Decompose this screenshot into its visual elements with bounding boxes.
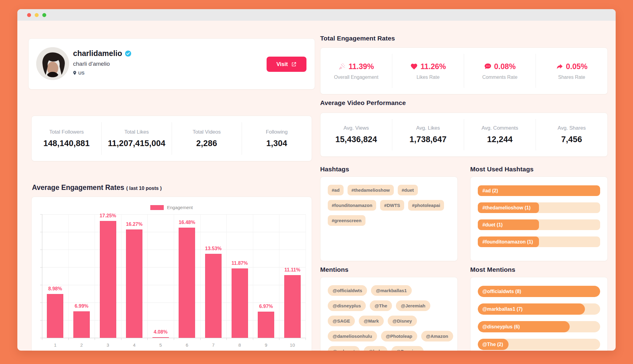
mention-tag: @markballas1: [371, 285, 411, 296]
stat-column: Following 1,304: [242, 122, 312, 155]
hashtag-tag: #DWTS: [380, 200, 404, 211]
chart-title-text: Average Engagement Rates: [32, 184, 124, 191]
mention-tag: @The: [370, 300, 392, 311]
hashtag-tag: #founditonamazon: [328, 200, 376, 211]
engagement-bar[interactable]: [152, 337, 169, 338]
window-titlebar: [17, 9, 616, 21]
engagement-bar[interactable]: [258, 312, 274, 338]
stat-column: Avg. Shares 7,456: [536, 119, 607, 150]
stat-label: Total Likes: [124, 129, 149, 135]
tag-row: @dameliosonhulu@Photoleap@Amazon: [328, 331, 450, 341]
bar-value-label: 6.99%: [75, 303, 88, 309]
x-axis-tick-label: 1: [54, 342, 56, 348]
hashtag-tag: #thedamelioshow: [348, 185, 394, 195]
chart-subtitle: ( last 10 posts ): [126, 186, 162, 191]
hashtag-bar-label: #thedamelioshow (1): [478, 205, 530, 211]
engagement-bar[interactable]: [73, 311, 90, 338]
engagement-bar[interactable]: [284, 275, 301, 338]
metric-label: Likes Rate: [417, 75, 440, 80]
hashtag-bars: #ad (2) #thedamelioshow (1) #duet (1): [478, 185, 600, 247]
x-axis-tick-label: 7: [212, 342, 215, 348]
x-axis-tick-label: 9: [265, 342, 267, 348]
stat-column: Total Followers 148,140,881: [32, 122, 101, 155]
stat-value: 148,140,881: [43, 139, 89, 148]
stat-value: 11,207,415,004: [108, 139, 165, 148]
mention-tag: @mrbeast: [328, 346, 360, 351]
mention-bar-fill: @officialdwts (8): [478, 286, 600, 297]
most-mentions-heading: Most Mentions: [470, 266, 515, 273]
bar-value-label: 17.25%: [100, 213, 116, 219]
mentions-heading: Mentions: [320, 266, 348, 273]
engagement-bar[interactable]: [179, 228, 195, 338]
engagement-bar[interactable]: [232, 268, 248, 338]
hashtags-heading: Hashtags: [320, 166, 349, 173]
engagement-bar[interactable]: [126, 229, 142, 338]
bar-value-label: 13.53%: [205, 246, 222, 251]
stat-label: Avg. Comments: [481, 125, 518, 131]
mention-tag: @dameliosonhulu: [328, 331, 377, 341]
minimize-button[interactable]: [35, 13, 39, 17]
x-axis-tick-label: 5: [159, 342, 162, 348]
comment-icon: [484, 63, 491, 70]
stat-label: Total Followers: [49, 129, 84, 135]
mention-bars: @officialdwts (8) @markballas1 (7) @disn…: [478, 286, 600, 350]
engagement-metrics: 11.39% Overall Engagement 11.26% Likes R…: [320, 48, 607, 94]
bar-value-label: 16.48%: [179, 220, 195, 225]
mention-list: @officialdwts@markballas1@disneyplus@The…: [328, 285, 450, 351]
mention-bar-track: @The (2): [478, 339, 600, 350]
mention-bar-fill: @The (2): [478, 339, 509, 350]
engagement-rates-heading: Total Engagement Rates: [320, 35, 395, 42]
hashtag-bar-track: #thedamelioshow (1): [478, 202, 600, 213]
mention-bar-label: @The (2): [478, 342, 503, 347]
close-button[interactable]: [27, 13, 31, 17]
hashtag-bar-fill: #thedamelioshow (1): [478, 202, 539, 213]
bar-value-label: 11.11%: [284, 267, 300, 273]
video-performance-card: Avg. Views 15,436,824 Avg. Likes 1,738,6…: [320, 113, 608, 157]
visit-button-label: Visit: [276, 61, 288, 68]
hashtag-bar-track: #ad (2): [478, 185, 600, 196]
bar-value-label: 8.98%: [48, 286, 62, 292]
hashtag-tag: #photoleapai: [408, 200, 444, 211]
metric-value: 11.39%: [348, 62, 374, 71]
mention-tag: @officialdwts: [328, 285, 367, 296]
dashboard-content: charlidamelio charli d'amelio US Visit: [17, 21, 616, 351]
mention-tag: @disneyplus: [328, 300, 366, 311]
visit-button[interactable]: Visit: [267, 57, 306, 72]
metric-column: 0.05% Shares Rate: [536, 54, 607, 88]
x-axis-tick-label: 10: [290, 342, 295, 348]
metric-value: 11.26%: [421, 62, 446, 71]
engagement-rates-card: 11.39% Overall Engagement 11.26% Likes R…: [320, 47, 608, 94]
stat-label: Avg. Views: [344, 125, 369, 131]
maximize-button[interactable]: [42, 13, 46, 17]
location-pin-icon: [72, 70, 77, 75]
heart-icon: [410, 63, 418, 70]
mention-bar-track: @officialdwts (8): [478, 286, 600, 297]
mention-tag: @Mark: [359, 316, 384, 326]
bar-value-label: 16.27%: [126, 222, 142, 227]
tag-row: #founditonamazon#DWTS#photoleapai: [328, 200, 450, 211]
profile-username: charlidamelio: [73, 49, 122, 58]
legend-label: Engagement: [167, 205, 193, 210]
metric-column: 11.26% Likes Rate: [392, 54, 464, 88]
metric-value: 0.05%: [566, 62, 588, 71]
mention-tag: @Disney: [388, 316, 417, 326]
bar-value-label: 6.97%: [259, 304, 273, 309]
stat-value: 12,244: [487, 135, 513, 144]
x-axis-tick-label: 6: [186, 342, 188, 348]
bar-value-label: 4.08%: [154, 329, 167, 335]
mention-bar-label: @disneyplus (6): [478, 324, 520, 330]
engagement-bar[interactable]: [205, 254, 222, 338]
tag-row: #ad#thedamelioshow#duet: [328, 185, 450, 195]
x-axis-tick-label: 2: [80, 342, 83, 348]
chart-legend[interactable]: Engagement: [32, 205, 312, 210]
engagement-bar[interactable]: [100, 221, 116, 338]
legend-swatch: [150, 205, 164, 210]
external-link-icon: [291, 61, 297, 67]
chart-title: Average Engagement Rates ( last 10 posts…: [32, 184, 162, 192]
engagement-bar[interactable]: [47, 294, 63, 338]
stat-label: Total Videos: [193, 129, 221, 135]
most-used-hashtags-card: #ad (2) #thedamelioshow (1) #duet (1): [470, 177, 608, 261]
profile-avatar: [36, 47, 69, 80]
hashtag-bar-fill: #ad (2): [478, 185, 600, 196]
stat-value: 2,286: [196, 139, 217, 148]
